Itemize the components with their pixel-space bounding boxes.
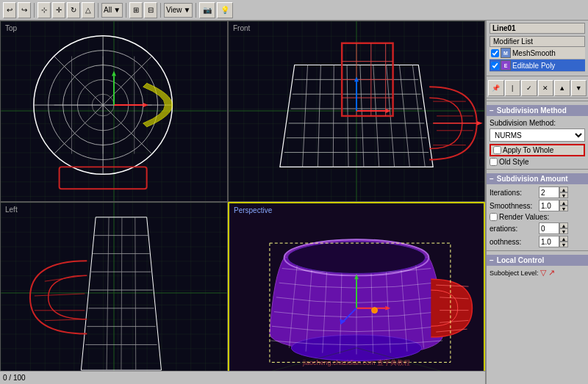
toolbar-select[interactable]: ⊹ [37, 2, 51, 18]
modifier-list-section: Modifier List M MeshSmooth E Editable Po… [487, 36, 588, 73]
viewport-left[interactable]: Left [0, 202, 228, 384]
render-smooth-down[interactable]: ▼ [559, 242, 568, 247]
modifier-meshsmooth[interactable]: M MeshSmooth [490, 47, 585, 59]
subdivision-amount-header[interactable]: Subdivision Amount [487, 173, 588, 184]
sep5 [196, 3, 196, 18]
subdivision-amount-title: Subdivision Amount [497, 175, 568, 183]
render-smooth-up[interactable]: ▲ [559, 236, 568, 242]
view-label: View [166, 6, 182, 14]
iterations-label: Iterations: [490, 189, 537, 197]
render-iter-down[interactable]: ▼ [559, 228, 568, 234]
subdivision-method-row: Subdivision Method: NURMS Classic [487, 117, 588, 143]
object-name: Line01 [490, 23, 585, 34]
up-btn[interactable]: ▲ [554, 80, 570, 96]
toolbar-camera[interactable]: 📷 [199, 2, 215, 18]
status-position: 0 / 100 [3, 374, 26, 382]
smoothness-down[interactable]: ▼ [559, 206, 568, 211]
iterations-down[interactable]: ▼ [559, 192, 568, 198]
viewport-front-label: Front [233, 24, 250, 32]
render-iterations-input[interactable] [539, 222, 559, 234]
iterations-input[interactable] [539, 186, 559, 198]
smoothness-control: ▲ ▼ [539, 200, 568, 211]
old-style-label: Old Style [499, 158, 529, 166]
render-iterations-control: ▲ ▼ [539, 222, 568, 234]
subobject-row: Subobject Level: ▽ ↗ [487, 267, 588, 278]
render-smoothness-row: oothness: ▲ ▼ [487, 235, 588, 248]
panel-icon-row-2: 📌 | ✓ ✕ ▲ ▼ [487, 79, 588, 98]
x-btn[interactable]: ✕ [538, 80, 554, 96]
meshsmooth-label: MeshSmooth [512, 49, 556, 57]
subdivision-method-label: Subdivision Method: [490, 119, 556, 127]
toolbar-redo[interactable]: ↪ [18, 2, 31, 18]
all-label: All [104, 6, 112, 14]
local-control-header[interactable]: Local Control [487, 255, 588, 266]
render-values-row: Render Values: [487, 212, 588, 222]
iterations-up[interactable]: ▲ [559, 186, 568, 192]
editpoly-icon: E [501, 60, 511, 70]
render-smoothness-label: oothness: [490, 238, 537, 246]
render-iterations-label: erations: [490, 225, 537, 233]
old-style-checkbox[interactable] [490, 158, 498, 166]
smoothness-up[interactable]: ▲ [559, 200, 568, 206]
svg-point-90 [372, 308, 378, 314]
old-style-row: Old Style [487, 157, 588, 167]
viewport-front-svg [229, 21, 484, 201]
subdivision-method-header[interactable]: Subdivision Method [487, 105, 588, 116]
top-toolbar[interactable]: ↩ ↪ ⊹ ✛ ↻ △ All ▼ ⊞ ⊟ View ▼ 📷 💡 [0, 0, 588, 21]
pin-btn[interactable]: 📌 [488, 80, 504, 96]
sep2 [98, 3, 98, 18]
view-arrow: ▼ [184, 6, 191, 14]
divider-2 [487, 101, 588, 101]
modifier-list-dropdown[interactable]: Modifier List [490, 36, 585, 47]
apply-to-whole-checkbox[interactable] [493, 146, 501, 154]
toolbar-scale[interactable]: △ [82, 2, 95, 18]
smoothness-label: Smoothness: [490, 202, 537, 210]
sep1 [34, 3, 35, 18]
divider-4 [487, 250, 588, 251]
dropdown-arrow: ▼ [113, 6, 121, 14]
watermark: jiaocheng.chazidian.com 查字典教程 [303, 358, 410, 368]
subobject-label: Subobject Level: [490, 269, 539, 277]
render-smoothness-control: ▲ ▼ [539, 236, 568, 247]
smoothness-input[interactable] [539, 200, 559, 211]
toolbar-align[interactable]: ⊟ [144, 2, 157, 18]
viewport-front[interactable]: Front [228, 21, 485, 202]
editpoly-label: Editable Poly [512, 62, 555, 70]
viewport-top-svg [1, 21, 227, 201]
editpoly-checkbox[interactable] [491, 62, 499, 70]
toolbar-move[interactable]: ✛ [52, 2, 65, 18]
toolbar-undo[interactable]: ↩ [3, 2, 16, 18]
config-btn[interactable]: | [505, 80, 521, 96]
toolbar-view-dropdown[interactable]: View ▼ [164, 3, 193, 18]
toolbar-snap[interactable]: ⊞ [129, 2, 143, 18]
viewport-top[interactable]: Top [0, 21, 228, 202]
subdivision-method-select[interactable]: NURMS Classic [490, 128, 585, 142]
render-iterations-row: erations: ▲ ▼ [487, 222, 588, 235]
toolbar-light[interactable]: 💡 [217, 2, 233, 18]
render-iter-up[interactable]: ▲ [559, 222, 568, 228]
viewport-perspective[interactable]: Perspective [228, 202, 485, 384]
render-smoothness-input[interactable] [539, 236, 559, 247]
toolbar-rotate[interactable]: ↻ [67, 2, 80, 18]
down-btn[interactable]: ▼ [571, 80, 587, 96]
subdivision-method-title: Subdivision Method [497, 106, 567, 115]
subobject-icons[interactable]: ▽ ↗ [540, 268, 555, 278]
smoothness-row: Smoothness: ▲ ▼ [487, 199, 588, 212]
render-values-checkbox[interactable] [490, 213, 498, 221]
divider-1 [487, 76, 588, 76]
render-iterations-spinner: ▲ ▼ [559, 222, 568, 234]
viewport-top-label: Top [5, 24, 17, 32]
modifier-editpoly[interactable]: E Editable Poly [490, 59, 585, 72]
check-btn[interactable]: ✓ [521, 80, 537, 96]
divider-3 [487, 169, 588, 170]
viewport-left-label: Left [5, 206, 18, 214]
render-values-label: Render Values: [499, 213, 549, 221]
viewport-perspective-label: Perspective [234, 206, 272, 214]
toolbar-all-dropdown[interactable]: All ▼ [101, 3, 123, 18]
apply-to-whole-container: Apply To Whole [490, 144, 585, 156]
subdivision-dropdown-row: NURMS Classic [490, 128, 585, 142]
local-control-title: Local Control [497, 256, 544, 264]
viewport-perspective-svg [229, 203, 484, 383]
viewports-container: Top [0, 21, 485, 384]
meshsmooth-checkbox[interactable] [491, 49, 499, 57]
